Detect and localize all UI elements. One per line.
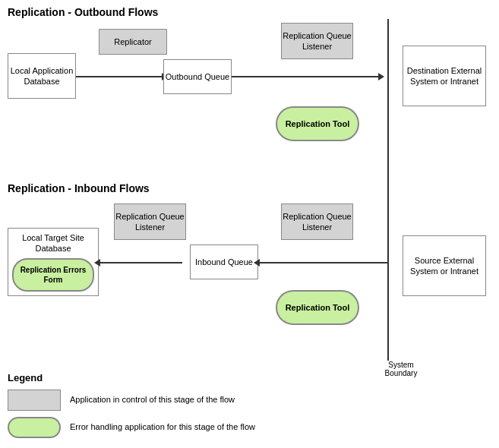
arrow-db-to-queue bbox=[76, 76, 163, 77]
legend-item-gray: Application in control of this stage of … bbox=[8, 390, 255, 411]
diagram-area: System Boundary Replication - Outbound F… bbox=[0, 0, 499, 448]
boundary-label: System Boundary bbox=[378, 361, 424, 377]
replication-errors-form-box: Replication Errors Form bbox=[12, 258, 94, 292]
destination-box: Destination External System or Intranet bbox=[403, 46, 486, 106]
legend-green-text: Error handling application for this stag… bbox=[70, 421, 255, 433]
outbound-title: Replication - Outbound Flows bbox=[8, 6, 158, 18]
replicator-box: Replicator bbox=[99, 29, 167, 55]
legend-gray-box bbox=[8, 390, 61, 411]
inbound-title: Replication - Inbound Flows bbox=[8, 182, 150, 194]
boundary-line bbox=[387, 19, 389, 361]
arrow-queue-to-dest bbox=[232, 76, 380, 77]
source-box: Source External System or Intranet bbox=[403, 235, 486, 296]
inbound-queue-box: Inbound Queue bbox=[190, 245, 258, 279]
outbound-replication-tool-box: Replication Tool bbox=[276, 106, 359, 141]
inbound-rql-left-box: Replication Queue Listener bbox=[114, 203, 186, 240]
inbound-rql-right-box: Replication Queue Listener bbox=[281, 203, 353, 240]
arrow-inbound-to-target bbox=[99, 262, 182, 263]
legend-item-green: Error handling application for this stag… bbox=[8, 417, 255, 438]
legend-area: Legend Application in control of this st… bbox=[8, 372, 255, 444]
inbound-replication-tool-box: Replication Tool bbox=[276, 290, 359, 325]
legend-title: Legend bbox=[8, 372, 255, 383]
legend-green-box bbox=[8, 417, 61, 438]
outbound-rql-box: Replication Queue Listener bbox=[281, 23, 353, 59]
local-target-db-box: Local Target Site Database Replication E… bbox=[8, 228, 99, 296]
legend-gray-text: Application in control of this stage of … bbox=[70, 394, 235, 405]
local-app-db-box: Local Application Database bbox=[8, 53, 76, 99]
arrow-source-to-inbound bbox=[258, 262, 387, 263]
outbound-queue-box: Outbound Queue bbox=[163, 59, 232, 94]
